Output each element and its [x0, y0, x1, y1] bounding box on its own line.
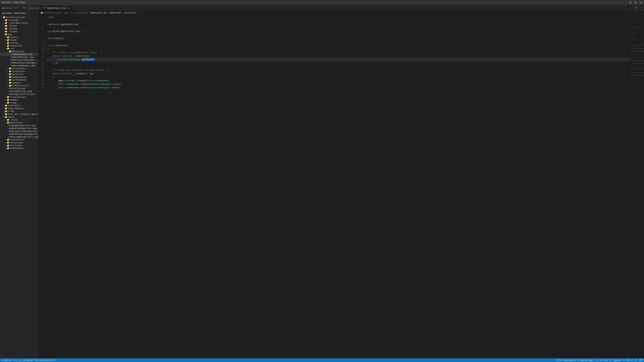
tree-item-appmanagertest[interactable]: PHPAppManagerTest.php	[0, 124, 38, 127]
tree-item-sortmethods[interactable]: ▸📁SortMethods	[0, 78, 38, 81]
tree-item-vscode[interactable]: ▸📁.vscode	[0, 30, 38, 33]
tree-item-config-php[interactable]: PHPConfig.php	[0, 87, 38, 90]
tree-item-bootstrap-test[interactable]: ▾📁Bootstrap	[0, 121, 38, 124]
tree-item-tests[interactable]: ▾📁tests	[0, 115, 38, 118]
code-line[interactable]: use Slim\App;	[46, 36, 630, 40]
breadcrumb-part-2[interactable]: src	[70, 11, 74, 14]
code-line[interactable]	[46, 26, 630, 29]
tree-item-temporaryfile-php[interactable]: PHPTemporaryFile.php	[0, 93, 38, 95]
breadcrumb-part-1[interactable]: app	[64, 11, 68, 14]
tree-item-middlewares-test[interactable]: ▸📁Middlewares	[0, 147, 38, 150]
tree-item-github[interactable]: ▸📁.github	[0, 27, 38, 30]
more-actions-icon[interactable]: ···	[638, 6, 643, 9]
tree-item-src[interactable]: ▾📁src	[0, 47, 38, 50]
tree-item-middlewares[interactable]: ▸📁Middlewares	[0, 76, 38, 78]
code-line[interactable]: {	[46, 75, 630, 79]
tree-item-controllers-test[interactable]: ▸📁Controllers	[0, 138, 38, 141]
code-line[interactable]: ) {}	[46, 61, 630, 65]
tree-item-cache[interactable]: ▸📁cache	[0, 38, 38, 41]
code-line[interactable]: $app = Bridge::create($this->container);	[46, 79, 630, 82]
split-editor-icon[interactable]: ⧉	[636, 6, 637, 9]
tree-item-factories-test[interactable]: ▸📁Factories	[0, 144, 38, 147]
code-line[interactable]: use DI\Bridge\Slim\Bridge; ···	[46, 29, 630, 33]
code-line[interactable]	[46, 65, 630, 68]
tree-item-artifacts[interactable]: ▸📁artifacts	[0, 104, 38, 107]
code-line[interactable]	[46, 33, 630, 36]
tree-item-stubs[interactable]: ▸📁stubs	[0, 110, 38, 113]
error-count[interactable]: ✕ 0 ⚠ 0	[14, 359, 21, 361]
tree-item-viewfunctions[interactable]: ▸📁ViewFunctions	[0, 84, 38, 87]
tree-item-node_modules[interactable]: ▸📁node_modules	[0, 107, 38, 110]
editor[interactable]: 123456789101112131415161718192021 <?php …	[38, 15, 644, 358]
tree-item-docker[interactable]: ▸📁.docker	[0, 24, 38, 27]
maximize-icon[interactable]: ⊡	[634, 1, 638, 4]
code-line[interactable]: namespace App\Bootstrap;	[46, 22, 630, 26]
tab-close-icon[interactable]: ✕	[67, 7, 70, 9]
tree-item-hiddenfiles-php[interactable]: PHPHiddenFiles.php	[0, 90, 38, 93]
breadcrumb-part-5[interactable]: AppManager	[110, 11, 122, 14]
file-icon: PHP	[9, 93, 12, 95]
tree-item-app[interactable]: ▾📁app	[0, 33, 38, 36]
tree-item-vendor[interactable]: ▸📁vendor	[0, 98, 38, 101]
breadcrumb-part-0[interactable]: DirectoryLister	[44, 11, 62, 14]
docker-status[interactable]: 🐳 Docker (DirectoryLister)	[23, 359, 55, 361]
tree-item-exceptions-test[interactable]: ▸📁Exceptions	[0, 141, 38, 144]
tree-item-middlewaremanager[interactable]: PHPMiddlewareManager.php	[0, 61, 38, 64]
language[interactable]: PHP	[639, 359, 643, 361]
tree-item-factories[interactable]: ▸📁Factories	[0, 73, 38, 76]
breadcrumb-part-3[interactable]: Bootstrap	[77, 11, 88, 14]
git-branch[interactable]: ⎇ master	[1, 359, 12, 361]
code-token: ::class);	[109, 86, 121, 89]
breadcrumb-sep: ›	[75, 11, 76, 14]
code-line[interactable]: public function __invoke(): App	[46, 72, 630, 75]
code-line[interactable]	[46, 19, 630, 22]
eol[interactable]: LF	[634, 359, 637, 361]
tree-item-coverage-cache[interactable]: ▸📁.coverage-cache	[0, 21, 38, 24]
code-line[interactable]: /** Setup and configure the application.…	[46, 68, 630, 72]
tree-item-middlewaremanagertest[interactable]: PHPMiddlewareManagerTest.php	[0, 133, 38, 135]
tree-item-_files[interactable]: ▸📁_files	[0, 118, 38, 121]
code-line[interactable]: class AppManager	[46, 43, 630, 47]
tab-index[interactable]: PHP index.php	[21, 5, 41, 11]
tree-item-bootmanagertest[interactable]: PHPBootManagerTest.php	[0, 127, 38, 130]
tree-item-assets[interactable]: ▸📁assets	[0, 36, 38, 38]
tree-item-routemanager[interactable]: PHPRouteManager.php	[0, 64, 38, 67]
git-user[interactable]: Chris Kankiewicz (9 months ago)	[556, 359, 594, 361]
code-line[interactable]: $this->container->call(ExceptionManager:…	[46, 86, 630, 89]
tree-item-routemanagertest[interactable]: PHPRouteManagerTest.php	[0, 135, 38, 138]
code-content[interactable]: <?php namespace App\Bootstrap; use DI\Br…	[46, 15, 630, 358]
tree-item-root[interactable]: ▾📁DirectoryLister	[0, 16, 38, 18]
code-line[interactable]: <?php	[46, 15, 630, 19]
code-line[interactable]: public function __construct(	[46, 54, 630, 58]
code-line[interactable]: /** Create a new AppManager object. */	[46, 51, 630, 54]
tree-item-exceptions[interactable]: ▸📁Exceptions	[0, 70, 38, 73]
breadcrumb-part-6[interactable]: $container	[124, 11, 136, 14]
tree-item-bootmanager[interactable]: PHPBootManager.php	[0, 56, 38, 58]
code-line[interactable]: private Container $container	[46, 58, 630, 61]
tree-item-translations[interactable]: ▸📁translations	[0, 95, 38, 98]
tree-item-bootstrap[interactable]: ▾📁Bootstrap	[0, 50, 38, 53]
tree-item-views[interactable]: ▸📁views	[0, 101, 38, 104]
tree-item-resources[interactable]: ▸📁resources	[0, 44, 38, 47]
tree-item-controllers[interactable]: ▸📁Controllers	[0, 67, 38, 70]
tree-item-exceptionmanager[interactable]: PHPExceptionManager.php	[0, 58, 38, 61]
encoding[interactable]: UTF-8	[626, 359, 632, 361]
file-icon: PHP	[9, 130, 12, 132]
code-line[interactable]: $this->container->call(MiddlewareManager…	[46, 82, 630, 86]
tree-item-coverage[interactable]: ▸📁coverage	[0, 18, 38, 21]
code-line[interactable]: {	[46, 47, 630, 51]
code-token: private	[58, 58, 67, 61]
code-line[interactable]	[46, 40, 630, 43]
tree-item-support[interactable]: ▸📁Support	[0, 81, 38, 84]
close-icon[interactable]: ✕	[639, 1, 643, 4]
tree-item-config[interactable]: ▸📁config	[0, 41, 38, 44]
breadcrumb-part-4[interactable]: AppManager.php	[90, 11, 107, 14]
tab-dockerfile[interactable]: 🐳 Dockerfile	[0, 5, 21, 11]
tree-item-appmanager[interactable]: PHPAppManager.php	[0, 53, 38, 56]
tree-item-test-dir[interactable]: ▸📁test dir; please ignore	[0, 113, 38, 115]
indentation[interactable]: Spaces: 4	[614, 359, 624, 361]
minimize-icon[interactable]: ⊟	[628, 1, 632, 4]
tab-appmanager[interactable]: PHP AppManager.php ✕	[41, 5, 72, 11]
cursor-position[interactable]: Ln 13, Col 37	[596, 359, 612, 361]
tree-item-exceptionmanagertest[interactable]: PHPExceptionManagerTest.php	[0, 130, 38, 133]
